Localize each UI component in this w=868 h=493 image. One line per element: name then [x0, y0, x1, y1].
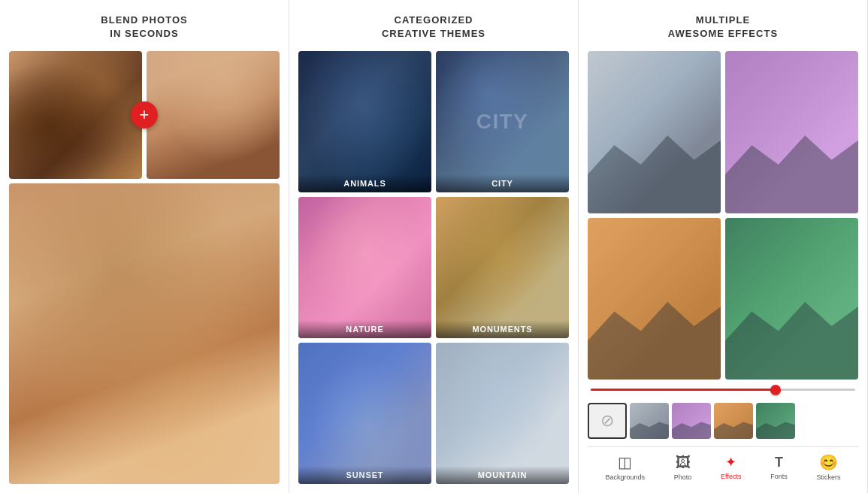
effects-title: MULTIPLE AWESOME EFFECTS: [668, 14, 778, 41]
themes-grid: ANIMALS CITY CITY NATURE MONUMENTS SUNSE…: [298, 51, 569, 484]
effects-grid: [588, 51, 858, 380]
photo-label: Photo: [674, 473, 692, 481]
fonts-icon: T: [775, 455, 783, 470]
theme-city[interactable]: CITY CITY: [436, 51, 569, 192]
effect-green[interactable]: [725, 218, 858, 380]
backgrounds-label: Backgrounds: [605, 473, 645, 481]
effect-thumb-orange[interactable]: [714, 403, 753, 439]
theme-nature[interactable]: NATURE: [298, 197, 431, 338]
horse-image: [9, 51, 142, 179]
themes-title: CATEGORIZED CREATIVE THEMES: [382, 14, 485, 41]
effects-container: ◫ Backgrounds 🖼 Photo ✦ Effects T Fonts …: [588, 51, 858, 484]
effect-orange[interactable]: [588, 218, 721, 380]
effect-thumb-purple[interactable]: [672, 403, 711, 439]
blend-title: BLEND PHOTOS IN SECONDS: [101, 14, 188, 41]
effect-purple[interactable]: [725, 51, 858, 213]
effects-slider-area: [588, 384, 858, 395]
theme-mountain-label: MOUNTAIN: [436, 466, 569, 484]
blend-result-image: [9, 183, 280, 484]
blend-top-row: +: [9, 51, 280, 179]
theme-nature-label: NATURE: [298, 320, 431, 338]
themes-panel: CATEGORIZED CREATIVE THEMES ANIMALS CITY…: [289, 0, 579, 493]
effect-thumb-gray[interactable]: [630, 403, 669, 439]
effect-thumb-none[interactable]: [588, 403, 627, 439]
theme-monuments[interactable]: MONUMENTS: [436, 197, 569, 338]
effects-panel: MULTIPLE AWESOME EFFECTS ◫: [579, 0, 868, 493]
effects-slider-thumb[interactable]: [770, 385, 781, 395]
stickers-label: Stickers: [817, 473, 841, 481]
effect-gray[interactable]: [588, 51, 721, 213]
effects-slider-track[interactable]: [591, 389, 855, 391]
theme-animals[interactable]: ANIMALS: [298, 51, 431, 192]
blend-container: +: [9, 51, 280, 484]
theme-monuments-label: MONUMENTS: [436, 320, 569, 338]
theme-sunset[interactable]: SUNSET: [298, 343, 431, 484]
effects-icon: ✦: [725, 454, 736, 470]
toolbar-photo[interactable]: 🖼 Photo: [674, 454, 692, 481]
theme-mountain[interactable]: MOUNTAIN: [436, 343, 569, 484]
bottom-toolbar: ◫ Backgrounds 🖼 Photo ✦ Effects T Fonts …: [588, 446, 858, 484]
theme-animals-label: ANIMALS: [298, 174, 431, 192]
effects-thumb-strip: [588, 400, 858, 442]
effects-label: Effects: [721, 473, 741, 480]
toolbar-stickers[interactable]: 😊 Stickers: [817, 453, 841, 481]
fonts-label: Fonts: [770, 473, 788, 480]
effects-slider-fill: [591, 389, 776, 391]
backgrounds-icon: ◫: [618, 453, 632, 471]
theme-city-label: CITY: [436, 174, 569, 192]
add-photo-button[interactable]: +: [131, 101, 158, 129]
toolbar-effects[interactable]: ✦ Effects: [721, 454, 741, 480]
photo-icon: 🖼: [676, 454, 691, 471]
woman-portrait-image: [147, 51, 280, 179]
city-text-overlay: CITY: [476, 110, 528, 134]
theme-sunset-label: SUNSET: [298, 466, 431, 484]
toolbar-fonts[interactable]: T Fonts: [770, 455, 788, 480]
toolbar-backgrounds[interactable]: ◫ Backgrounds: [605, 453, 645, 481]
blend-panel: BLEND PHOTOS IN SECONDS +: [0, 0, 289, 493]
effect-thumb-green[interactable]: [756, 403, 795, 439]
stickers-icon: 😊: [819, 453, 838, 471]
